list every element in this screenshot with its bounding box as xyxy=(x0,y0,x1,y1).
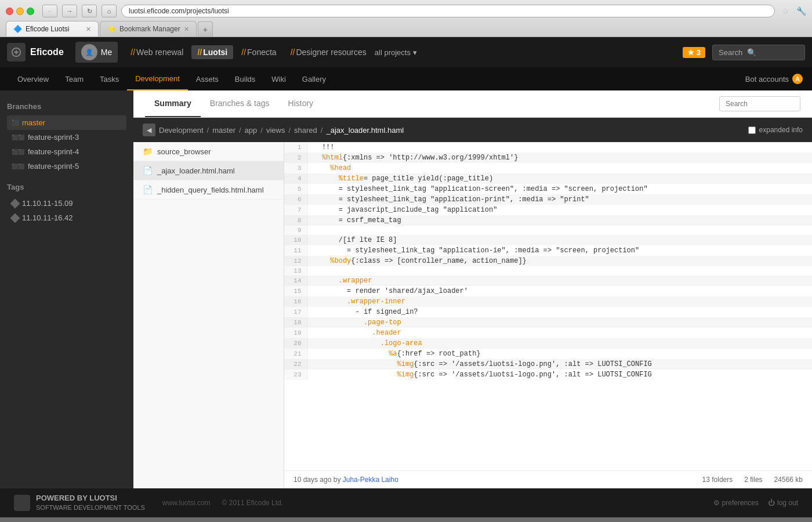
code-line-3: 3 %head xyxy=(284,163,812,173)
branch-feature-sprint-5[interactable]: ⬛⬛ feature-sprint-5 xyxy=(7,159,126,173)
footer-links: www.luotsi.com © 2011 Eficode Ltd. xyxy=(162,499,283,507)
tab-history[interactable]: History xyxy=(279,90,323,117)
tab-label-eficode: Eficode Luotsi xyxy=(26,25,69,33)
line-code-22: %img{:src => '/assets/luotsi-logo.png', … xyxy=(307,359,812,369)
star-count-badge[interactable]: ★ 3 xyxy=(683,47,705,58)
line-number-16: 16 xyxy=(284,296,307,307)
tab-eficode-luotsi[interactable]: 🔷 Eficode Luotsi ✕ xyxy=(6,21,99,37)
forward-button[interactable]: → xyxy=(62,5,77,17)
project-link-web-renewal[interactable]: //Web renewal xyxy=(125,45,189,59)
branches-section-title: Branches xyxy=(7,102,126,111)
branch-feature-sprint-3[interactable]: ⬛⬛ feature-sprint-3 xyxy=(7,130,126,144)
tag-2[interactable]: 11.10.11-16.42 xyxy=(7,211,126,225)
nav-wiki[interactable]: Wiki xyxy=(263,67,294,90)
breadcrumb-shared[interactable]: shared xyxy=(294,126,317,135)
code-line-20: 20 .logo-area xyxy=(284,338,812,349)
all-projects-link[interactable]: all projects ▾ xyxy=(375,45,417,59)
footer-website-link[interactable]: www.luotsi.com xyxy=(162,499,211,507)
tab-branches-tags[interactable]: Branches & tags xyxy=(201,90,279,117)
tag-label-2: 11.10.11-16.42 xyxy=(22,213,72,222)
expanded-info-checkbox[interactable] xyxy=(748,126,756,134)
code-line-18: 18 .page-top xyxy=(284,317,812,328)
file-icon-hidden-query: 📄 xyxy=(143,185,153,194)
project-link-luotsi[interactable]: //Luotsi xyxy=(191,45,233,59)
nav-development[interactable]: Development xyxy=(127,67,188,90)
line-number-23: 23 xyxy=(284,369,307,380)
branch-master[interactable]: ⬛ master xyxy=(7,115,126,130)
nav-gallery[interactable]: Gallery xyxy=(294,67,334,90)
breadcrumb-back-icon[interactable]: ◀ xyxy=(143,124,155,136)
code-line-4: 4 %title= page_title yield(:page_title) xyxy=(284,173,812,184)
line-code-16: .wrapper-inner xyxy=(307,296,812,307)
branch-label-sprint4: feature-sprint-4 xyxy=(28,147,79,156)
minimize-window-button[interactable] xyxy=(16,8,24,15)
sub-search-input[interactable] xyxy=(719,96,800,111)
line-number-1: 1 xyxy=(284,142,307,153)
branch-icon-master: ⬛ xyxy=(12,119,19,126)
address-bar[interactable]: luotsi.eficode.com/projects/luotsi xyxy=(121,5,775,17)
new-tab-button[interactable]: + xyxy=(198,21,213,37)
tag-1[interactable]: 11.10.11-15.09 xyxy=(7,196,126,211)
me-label: Me xyxy=(101,48,112,57)
maximize-window-button[interactable] xyxy=(27,8,34,15)
line-code-17: - if signed_in? xyxy=(307,307,812,317)
line-number-12: 12 xyxy=(284,256,307,266)
code-line-16: 16 .wrapper-inner xyxy=(284,296,812,307)
bookmark-star-icon[interactable]: ☆ xyxy=(782,6,789,16)
me-button[interactable]: 👤 Me xyxy=(75,42,118,63)
nav-team[interactable]: Team xyxy=(57,67,92,90)
breadcrumb-views[interactable]: views xyxy=(266,126,285,135)
global-search-box[interactable]: Search 🔍 xyxy=(712,45,805,60)
tab-summary[interactable]: Summary xyxy=(145,90,201,117)
breadcrumb-file[interactable]: _ajax_loader.html.haml xyxy=(326,126,404,135)
browser-tab-bar: 🔷 Eficode Luotsi ✕ ⭐ Bookmark Manager ✕ … xyxy=(6,21,806,37)
breadcrumb-development[interactable]: Development xyxy=(159,126,204,135)
branch-label-sprint3: feature-sprint-3 xyxy=(28,133,79,142)
logo-area: Eficode xyxy=(7,43,64,61)
line-number-15: 15 xyxy=(284,286,307,296)
settings-wrench-icon[interactable]: 🔧 xyxy=(796,6,806,16)
file-item-source-browser[interactable]: 📁 source_browser xyxy=(133,142,284,161)
commit-info-text: 10 days ago by Juha-Pekka Laiho xyxy=(293,476,398,484)
line-code-2: %html{:xmlns => 'http://www.w3.org/1999/… xyxy=(307,153,812,163)
preferences-link[interactable]: ⚙ preferences xyxy=(713,499,759,507)
line-number-10: 10 xyxy=(284,235,307,245)
size-count: 24566 kb xyxy=(774,476,803,484)
bot-accounts-link[interactable]: Bot accounts A xyxy=(745,74,803,84)
commit-author-link[interactable]: Juha-Pekka Laiho xyxy=(343,476,398,484)
logout-link[interactable]: ⏻ log out xyxy=(768,499,798,507)
file-item-hidden-query[interactable]: 📄 _hidden_query_fields.html.haml xyxy=(133,180,284,200)
nav-tasks[interactable]: Tasks xyxy=(92,67,127,90)
line-code-19: .header xyxy=(307,328,812,338)
tab-bookmark-manager[interactable]: ⭐ Bookmark Manager ✕ xyxy=(100,21,197,37)
home-button[interactable]: ⌂ xyxy=(102,5,117,17)
footer-logo: POWERED BY LUOTSI SOFTWARE DEVELOPMENT T… xyxy=(14,494,145,512)
line-code-20: .logo-area xyxy=(307,338,812,349)
project-link-designer-resources[interactable]: //Designer resources xyxy=(285,45,372,59)
line-code-12: %body{:class => [controller_name, action… xyxy=(307,256,812,266)
footer-logo-icon xyxy=(14,495,30,511)
tab-close-eficode[interactable]: ✕ xyxy=(86,26,91,33)
expanded-info-label: expanded info xyxy=(759,126,803,134)
branch-feature-sprint-4[interactable]: ⬛⬛ feature-sprint-4 xyxy=(7,144,126,159)
breadcrumb-app[interactable]: app xyxy=(245,126,258,135)
tab-favicon-bookmark: ⭐ xyxy=(107,25,116,33)
file-item-ajax-loader[interactable]: 📄 _ajax_loader.html.haml xyxy=(133,161,284,180)
right-panel: Summary Branches & tags History ◀ Develo… xyxy=(133,90,812,488)
line-code-8: = csrf_meta_tag xyxy=(307,215,812,226)
back-button[interactable]: ← xyxy=(42,5,57,17)
nav-assets[interactable]: Assets xyxy=(188,67,227,90)
tab-favicon-eficode: 🔷 xyxy=(13,25,22,33)
eficode-brand-label: Eficode xyxy=(30,47,64,57)
project-link-fonecta[interactable]: //Fonecta xyxy=(235,45,282,59)
tab-close-bookmark[interactable]: ✕ xyxy=(184,26,189,33)
line-number-20: 20 xyxy=(284,338,307,349)
breadcrumb-master[interactable]: master xyxy=(212,126,235,135)
file-icon-ajax-loader: 📄 xyxy=(143,166,153,175)
nav-builds[interactable]: Builds xyxy=(227,67,263,90)
refresh-button[interactable]: ↻ xyxy=(82,5,97,17)
close-window-button[interactable] xyxy=(6,8,13,15)
footer-brand: POWERED BY LUOTSI SOFTWARE DEVELOPMENT T… xyxy=(36,494,145,512)
nav-overview[interactable]: Overview xyxy=(9,67,57,90)
search-input-label: Search xyxy=(719,48,742,57)
